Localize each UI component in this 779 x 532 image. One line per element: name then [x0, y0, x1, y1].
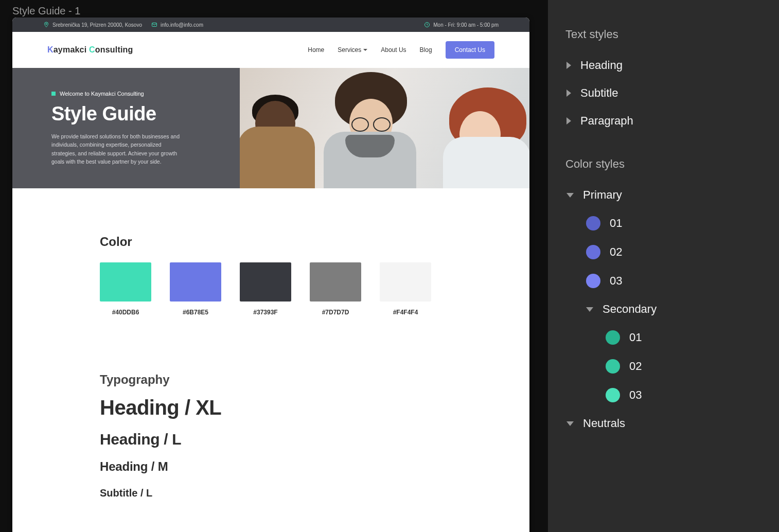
- logo-k: K: [47, 45, 54, 54]
- swatch-label-4: #7D7D7D: [310, 309, 361, 316]
- clock-icon: [424, 22, 430, 28]
- contact-us-button[interactable]: Contact Us: [446, 41, 494, 59]
- color-styles-header: Color styles: [548, 135, 779, 181]
- color-section-title: Color: [100, 235, 442, 249]
- color-group-neutrals-label: Neutrals: [583, 417, 625, 430]
- chevron-down-icon: [586, 307, 593, 312]
- text-style-paragraph-label: Paragraph: [580, 114, 633, 128]
- swatch-label-2: #6B78E5: [170, 309, 221, 316]
- hero-title: Style Guide: [51, 103, 240, 125]
- topbar-email: info.info@info.com: [151, 22, 203, 28]
- design-canvas[interactable]: Style Guide - 1 Srebrenička 19, Prizren …: [0, 0, 547, 532]
- color-primary-03[interactable]: 03: [548, 267, 779, 295]
- color-dot-icon: [586, 245, 600, 259]
- swatch-label-3: #37393F: [240, 309, 291, 316]
- swatch-4: #7D7D7D: [310, 262, 361, 316]
- nav-links: Home Services About Us Blog Contact Us: [308, 41, 494, 59]
- nav-about[interactable]: About Us: [381, 46, 406, 54]
- swatch-label-1: #40DDB6: [100, 309, 151, 316]
- swatch-box-3: [240, 262, 291, 302]
- svg-point-0: [46, 23, 47, 25]
- nav-services[interactable]: Services: [338, 46, 367, 54]
- color-group-secondary-label: Secondary: [603, 303, 657, 316]
- color-dot-icon: [606, 330, 620, 345]
- text-style-subtitle[interactable]: Subtitle: [548, 79, 779, 107]
- color-secondary-02[interactable]: 02: [548, 352, 779, 381]
- color-group-primary-label: Primary: [583, 188, 622, 202]
- hero-description: We provide tailored solutions for both b…: [51, 132, 185, 166]
- logo: Kaymakci Consulting: [47, 45, 133, 55]
- color-dot-icon: [606, 359, 620, 374]
- logo-c: C: [89, 45, 95, 54]
- frame-label[interactable]: Style Guide - 1: [12, 5, 80, 17]
- color-dot-icon: [586, 216, 600, 230]
- heading-l-sample: Heading / L: [100, 431, 442, 448]
- hero-person-2: [314, 70, 428, 188]
- hero-person-3: [437, 80, 529, 188]
- color-secondary-03-label: 03: [629, 388, 642, 402]
- map-pin-icon: [43, 22, 49, 28]
- swatch-box-2: [170, 262, 221, 302]
- nav-home[interactable]: Home: [308, 46, 324, 54]
- swatch-box-4: [310, 262, 361, 302]
- color-secondary-02-label: 02: [629, 360, 642, 373]
- subtitle-l-sample: Subtitle / L: [100, 487, 442, 499]
- color-primary-02-label: 02: [610, 245, 622, 259]
- swatch-label-5: #F4F4F4: [380, 309, 431, 316]
- nav-blog[interactable]: Blog: [420, 46, 432, 54]
- topbar-hours-text: Mon - Fri: 9:00 am - 5:00 pm: [433, 22, 499, 28]
- website-navbar: Kaymakci Consulting Home Services About …: [12, 32, 529, 68]
- heading-xl-sample: Heading / XL: [100, 396, 442, 419]
- swatch-2: #6B78E5: [170, 262, 221, 316]
- swatch-box-1: [100, 262, 151, 302]
- design-side-panel[interactable]: Text styles Heading Subtitle Paragraph C…: [547, 0, 779, 532]
- color-primary-02[interactable]: 02: [548, 238, 779, 267]
- style-guide-body: Color #40DDB6 #6B78E5 #37393F #7D7D7D: [12, 188, 529, 532]
- swatch-5: #F4F4F4: [380, 262, 431, 316]
- hero-section: Welcome to Kaymakci Consulting Style Gui…: [12, 68, 529, 188]
- hero-tag: Welcome to Kaymakci Consulting: [51, 91, 240, 97]
- text-style-heading-label: Heading: [580, 59, 623, 72]
- hero-person-1: [240, 80, 322, 188]
- text-style-heading[interactable]: Heading: [548, 51, 779, 79]
- color-group-primary[interactable]: Primary: [548, 181, 779, 209]
- topbar-address: Srebrenička 19, Prizren 20000, Kosovo: [43, 22, 142, 28]
- color-dot-icon: [606, 388, 620, 402]
- chevron-down-icon: [566, 193, 574, 198]
- chevron-right-icon: [566, 62, 571, 69]
- topbar-email-text: info.info@info.com: [161, 22, 203, 28]
- text-styles-header: Text styles: [548, 5, 779, 51]
- swatch-box-5: [380, 262, 431, 302]
- color-group-secondary[interactable]: Secondary: [548, 295, 779, 323]
- topbar-address-text: Srebrenička 19, Prizren 20000, Kosovo: [52, 22, 142, 28]
- chevron-right-icon: [566, 117, 571, 125]
- hero-image: [240, 68, 529, 188]
- color-secondary-01-label: 01: [629, 331, 642, 344]
- color-primary-01-label: 01: [610, 217, 622, 230]
- website-topbar: Srebrenička 19, Prizren 20000, Kosovo in…: [12, 17, 529, 32]
- design-frame[interactable]: Srebrenička 19, Prizren 20000, Kosovo in…: [12, 17, 529, 532]
- color-swatches: #40DDB6 #6B78E5 #37393F #7D7D7D #F4F4F4: [100, 262, 442, 316]
- chevron-right-icon: [566, 90, 571, 97]
- typography-title: Typography: [100, 373, 442, 387]
- color-primary-03-label: 03: [610, 274, 622, 288]
- topbar-hours: Mon - Fri: 9:00 am - 5:00 pm: [424, 22, 499, 28]
- color-group-neutrals[interactable]: Neutrals: [548, 410, 779, 437]
- swatch-1: #40DDB6: [100, 262, 151, 316]
- heading-m-sample: Heading / M: [100, 459, 442, 474]
- color-primary-01[interactable]: 01: [548, 209, 779, 238]
- text-style-subtitle-label: Subtitle: [580, 86, 618, 100]
- swatch-3: #37393F: [240, 262, 291, 316]
- mail-icon: [151, 22, 157, 28]
- color-secondary-01[interactable]: 01: [548, 323, 779, 352]
- color-secondary-03[interactable]: 03: [548, 381, 779, 410]
- typography-section: Typography Heading / XL Heading / L Head…: [100, 373, 442, 499]
- text-style-paragraph[interactable]: Paragraph: [548, 107, 779, 135]
- chevron-down-icon: [566, 421, 574, 426]
- color-dot-icon: [586, 274, 600, 288]
